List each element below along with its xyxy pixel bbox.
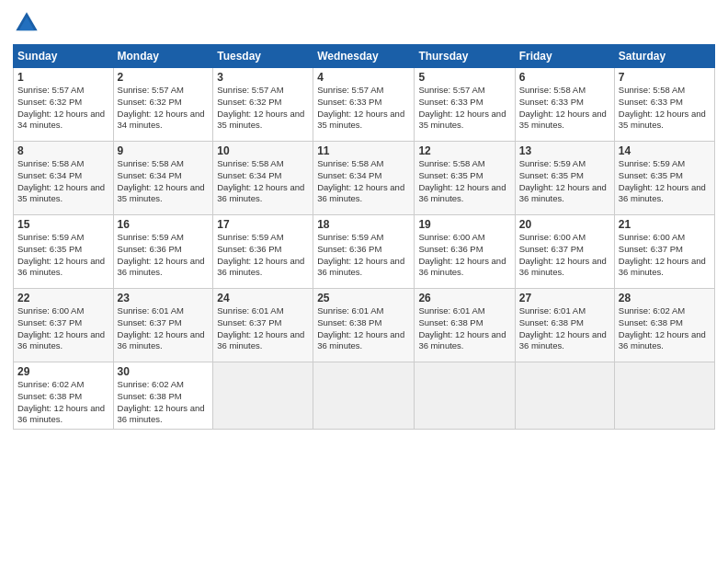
day-number: 27 <box>519 292 610 304</box>
weekday-header-tuesday: Tuesday <box>213 45 313 68</box>
day-info: Sunrise: 5:58 AMSunset: 6:34 PMDaylight:… <box>317 158 410 205</box>
day-info: Sunrise: 6:02 AMSunset: 6:38 PMDaylight:… <box>17 379 109 426</box>
day-info: Sunrise: 5:59 AMSunset: 6:35 PMDaylight:… <box>619 158 711 205</box>
day-number: 13 <box>519 144 610 157</box>
calendar-cell: 19Sunrise: 6:00 AMSunset: 6:36 PMDayligh… <box>415 215 515 289</box>
day-number: 14 <box>619 144 711 157</box>
day-number: 28 <box>619 292 711 304</box>
day-info: Sunrise: 6:00 AMSunset: 6:36 PMDaylight:… <box>418 232 510 279</box>
day-info: Sunrise: 6:02 AMSunset: 6:38 PMDaylight:… <box>619 305 711 352</box>
calendar-cell: 13Sunrise: 5:59 AMSunset: 6:35 PMDayligh… <box>515 142 614 215</box>
day-info: Sunrise: 5:59 AMSunset: 6:36 PMDaylight:… <box>317 232 410 279</box>
calendar-cell: 11Sunrise: 5:58 AMSunset: 6:34 PMDayligh… <box>313 142 415 215</box>
day-info: Sunrise: 6:00 AMSunset: 6:37 PMDaylight:… <box>619 232 711 279</box>
day-info: Sunrise: 5:57 AMSunset: 6:32 PMDaylight:… <box>217 85 309 132</box>
calendar-cell: 25Sunrise: 6:01 AMSunset: 6:38 PMDayligh… <box>313 289 415 362</box>
day-number: 6 <box>519 71 610 84</box>
calendar-cell <box>213 362 313 430</box>
day-info: Sunrise: 5:58 AMSunset: 6:34 PMDaylight:… <box>217 158 309 205</box>
day-number: 20 <box>519 218 610 231</box>
calendar-table: SundayMondayTuesdayWednesdayThursdayFrid… <box>13 44 715 430</box>
day-info: Sunrise: 5:57 AMSunset: 6:33 PMDaylight:… <box>317 85 410 132</box>
calendar-cell: 7Sunrise: 5:58 AMSunset: 6:33 PMDaylight… <box>614 68 714 142</box>
calendar-cell: 3Sunrise: 5:57 AMSunset: 6:32 PMDaylight… <box>213 68 313 142</box>
day-info: Sunrise: 5:58 AMSunset: 6:35 PMDaylight:… <box>418 158 510 205</box>
day-info: Sunrise: 5:57 AMSunset: 6:32 PMDaylight:… <box>118 85 210 132</box>
day-info: Sunrise: 6:00 AMSunset: 6:37 PMDaylight:… <box>17 305 109 352</box>
weekday-header-sunday: Sunday <box>14 45 114 68</box>
day-number: 5 <box>418 71 510 84</box>
calendar-cell: 26Sunrise: 6:01 AMSunset: 6:38 PMDayligh… <box>415 289 515 362</box>
calendar-cell: 1Sunrise: 5:57 AMSunset: 6:32 PMDaylight… <box>14 68 114 142</box>
calendar-cell: 27Sunrise: 6:01 AMSunset: 6:38 PMDayligh… <box>515 289 614 362</box>
calendar-cell: 14Sunrise: 5:59 AMSunset: 6:35 PMDayligh… <box>614 142 714 215</box>
calendar-cell: 4Sunrise: 5:57 AMSunset: 6:33 PMDaylight… <box>313 68 415 142</box>
day-info: Sunrise: 6:01 AMSunset: 6:38 PMDaylight:… <box>519 305 610 352</box>
calendar-cell: 5Sunrise: 5:57 AMSunset: 6:33 PMDaylight… <box>415 68 515 142</box>
day-number: 7 <box>619 71 711 84</box>
day-info: Sunrise: 6:01 AMSunset: 6:37 PMDaylight:… <box>118 305 210 352</box>
calendar-cell: 24Sunrise: 6:01 AMSunset: 6:37 PMDayligh… <box>213 289 313 362</box>
day-info: Sunrise: 5:59 AMSunset: 6:36 PMDaylight:… <box>118 232 210 279</box>
weekday-header-wednesday: Wednesday <box>313 45 415 68</box>
calendar-cell: 6Sunrise: 5:58 AMSunset: 6:33 PMDaylight… <box>515 68 614 142</box>
page: SundayMondayTuesdayWednesdayThursdayFrid… <box>0 0 728 563</box>
day-info: Sunrise: 5:58 AMSunset: 6:34 PMDaylight:… <box>118 158 210 205</box>
calendar-cell <box>515 362 614 430</box>
day-number: 18 <box>317 218 410 231</box>
calendar-cell: 8Sunrise: 5:58 AMSunset: 6:34 PMDaylight… <box>14 142 114 215</box>
day-number: 10 <box>217 144 309 157</box>
day-number: 21 <box>619 218 711 231</box>
day-info: Sunrise: 5:58 AMSunset: 6:34 PMDaylight:… <box>17 158 109 205</box>
calendar-week-row: 22Sunrise: 6:00 AMSunset: 6:37 PMDayligh… <box>14 289 715 362</box>
calendar-week-row: 15Sunrise: 5:59 AMSunset: 6:35 PMDayligh… <box>14 215 715 289</box>
calendar-cell: 20Sunrise: 6:00 AMSunset: 6:37 PMDayligh… <box>515 215 614 289</box>
calendar-cell: 30Sunrise: 6:02 AMSunset: 6:38 PMDayligh… <box>113 362 213 430</box>
day-number: 19 <box>418 218 510 231</box>
day-number: 4 <box>317 71 410 84</box>
day-number: 26 <box>418 292 510 304</box>
calendar-cell: 10Sunrise: 5:58 AMSunset: 6:34 PMDayligh… <box>213 142 313 215</box>
calendar-cell: 9Sunrise: 5:58 AMSunset: 6:34 PMDaylight… <box>113 142 213 215</box>
day-number: 29 <box>17 365 109 378</box>
day-info: Sunrise: 5:57 AMSunset: 6:32 PMDaylight:… <box>17 85 109 132</box>
day-number: 12 <box>418 144 510 157</box>
calendar-cell: 18Sunrise: 5:59 AMSunset: 6:36 PMDayligh… <box>313 215 415 289</box>
calendar-cell <box>415 362 515 430</box>
calendar-cell: 29Sunrise: 6:02 AMSunset: 6:38 PMDayligh… <box>14 362 114 430</box>
calendar-cell <box>313 362 415 430</box>
day-number: 17 <box>217 218 309 231</box>
calendar-cell: 22Sunrise: 6:00 AMSunset: 6:37 PMDayligh… <box>14 289 114 362</box>
calendar-cell <box>614 362 714 430</box>
calendar-week-row: 29Sunrise: 6:02 AMSunset: 6:38 PMDayligh… <box>14 362 715 430</box>
day-info: Sunrise: 6:01 AMSunset: 6:37 PMDaylight:… <box>217 305 309 352</box>
day-info: Sunrise: 5:58 AMSunset: 6:33 PMDaylight:… <box>619 85 711 132</box>
day-number: 3 <box>217 71 309 84</box>
day-number: 16 <box>118 218 210 231</box>
day-number: 1 <box>17 71 109 84</box>
day-info: Sunrise: 5:58 AMSunset: 6:33 PMDaylight:… <box>519 85 610 132</box>
day-info: Sunrise: 5:57 AMSunset: 6:33 PMDaylight:… <box>418 85 510 132</box>
day-number: 30 <box>118 365 210 378</box>
day-number: 15 <box>17 218 109 231</box>
day-info: Sunrise: 5:59 AMSunset: 6:35 PMDaylight:… <box>519 158 610 205</box>
day-info: Sunrise: 6:01 AMSunset: 6:38 PMDaylight:… <box>317 305 410 352</box>
header <box>13 9 715 37</box>
day-info: Sunrise: 5:59 AMSunset: 6:36 PMDaylight:… <box>217 232 309 279</box>
day-number: 11 <box>317 144 410 157</box>
weekday-header-monday: Monday <box>113 45 213 68</box>
calendar-cell: 15Sunrise: 5:59 AMSunset: 6:35 PMDayligh… <box>14 215 114 289</box>
calendar-cell: 21Sunrise: 6:00 AMSunset: 6:37 PMDayligh… <box>614 215 714 289</box>
day-number: 24 <box>217 292 309 304</box>
day-number: 22 <box>17 292 109 304</box>
day-number: 2 <box>118 71 210 84</box>
weekday-header-saturday: Saturday <box>614 45 714 68</box>
day-number: 23 <box>118 292 210 304</box>
weekday-header-thursday: Thursday <box>415 45 515 68</box>
day-number: 9 <box>118 144 210 157</box>
weekday-header-friday: Friday <box>515 45 614 68</box>
calendar-week-row: 1Sunrise: 5:57 AMSunset: 6:32 PMDaylight… <box>14 68 715 142</box>
day-info: Sunrise: 6:02 AMSunset: 6:38 PMDaylight:… <box>118 379 210 426</box>
calendar-cell: 17Sunrise: 5:59 AMSunset: 6:36 PMDayligh… <box>213 215 313 289</box>
calendar-week-row: 8Sunrise: 5:58 AMSunset: 6:34 PMDaylight… <box>14 142 715 215</box>
